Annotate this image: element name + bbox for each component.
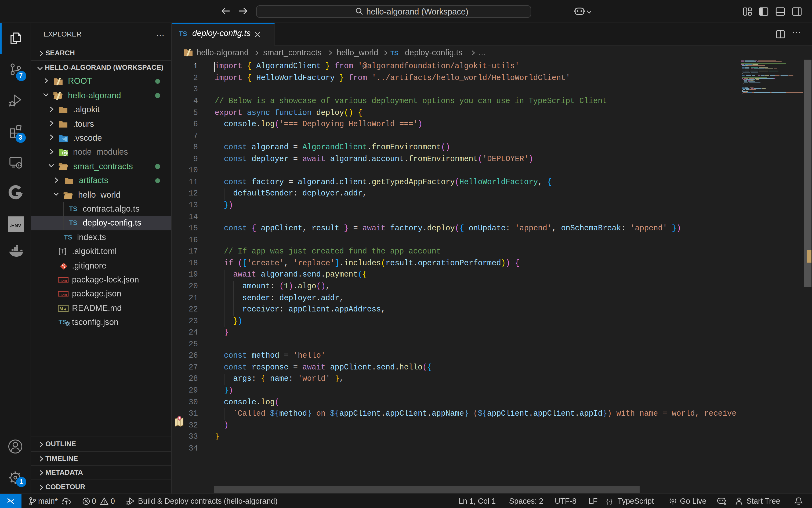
svg-text:npm: npm (59, 278, 67, 282)
svg-text:JS: JS (63, 152, 67, 155)
svg-text:M: M (59, 306, 63, 311)
svg-text:{·}: {·} (606, 498, 612, 505)
svg-text:npm: npm (59, 292, 67, 296)
